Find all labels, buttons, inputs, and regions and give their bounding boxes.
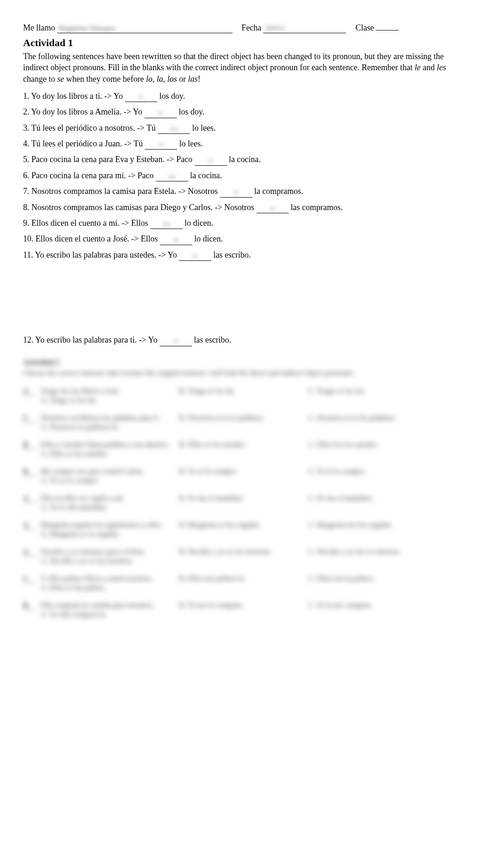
question-item: 5. Paco cocina la cena para Eva y Esteba… bbox=[23, 154, 467, 165]
answer-blank[interactable]: nos bbox=[158, 123, 190, 134]
activity2-question: CY ellos pobres libros a usted nosotros.… bbox=[23, 574, 467, 592]
answer-blank[interactable]: se bbox=[220, 186, 252, 197]
question-item: 6. Paco cocina la cena para mí. -> Paco … bbox=[23, 170, 467, 181]
activity1-question-12: 12. Yo escribo las palabras para ti. -> … bbox=[23, 335, 467, 346]
question-item: 2. Yo doy los libros a Amelia. -> Yo se … bbox=[23, 107, 467, 118]
activity2-question: AMargarita regalan los argumentos a ello… bbox=[23, 521, 467, 538]
question-item: 3. Tú lees el periódico a nosotros. -> T… bbox=[23, 123, 467, 134]
answer-blank[interactable]: me bbox=[150, 218, 183, 229]
answer-blank[interactable]: se bbox=[195, 154, 227, 165]
activity2-question: AElla escribir ese regalo a mí.A. Yo te … bbox=[23, 494, 467, 512]
activity2-question: ANicolás y yo tenemos para a Felisa.A. N… bbox=[23, 548, 467, 565]
fecha-blank[interactable]: 10/6/21 bbox=[263, 23, 346, 33]
worksheet-header: Me llamo Magdalena Velazquez Fecha 10/6/… bbox=[23, 23, 467, 33]
clase-blank[interactable] bbox=[376, 30, 399, 30]
answer-blank[interactable]: te bbox=[125, 91, 157, 102]
answer-blank[interactable]: se bbox=[179, 250, 211, 261]
activity2-section-blurred: Actividad 2 Choose the correct sentence … bbox=[23, 358, 467, 619]
activity2-question: BEllos y ustedes llama palabra a sus abu… bbox=[23, 440, 467, 458]
question-item: 10. Ellos dicen el cuento a José. -> Ell… bbox=[23, 234, 467, 245]
name-label: Me llamo bbox=[23, 23, 55, 33]
activity2-instructions: Choose the correct sentence that rewrite… bbox=[23, 368, 467, 378]
fecha-label: Fecha bbox=[242, 23, 262, 33]
question-item: 9. Ellos dicen el cuento a mí. -> Ellos … bbox=[23, 218, 467, 229]
answer-blank[interactable]: te bbox=[160, 335, 192, 346]
question-item: 7. Nosotros compramos la camisa para Est… bbox=[23, 186, 467, 197]
activity1-title: Actividad 1 bbox=[23, 37, 467, 49]
name-blank[interactable]: Magdalena Velazquez bbox=[57, 23, 233, 33]
answer-blank[interactable]: se bbox=[257, 202, 289, 213]
activity2-question: ATengo los los libros a José.A. Tengo se… bbox=[23, 387, 467, 404]
activity1-instructions: The following sentences have been rewrit… bbox=[23, 51, 467, 84]
question-item: 11. Yo escribo las palabras para ustedes… bbox=[23, 250, 467, 261]
activity2-question: BElla compran la comida para nosotros.A.… bbox=[23, 601, 467, 619]
question-item: 1. Yo doy los libros a ti. -> Yo te los … bbox=[23, 91, 467, 102]
activity2-question: BMe compro ese pan a usted Carlos.A. Yo … bbox=[23, 467, 467, 485]
answer-blank[interactable]: se bbox=[144, 107, 177, 118]
activity1-questions: 1. Yo doy los libros a ti. -> Yo te los … bbox=[23, 91, 467, 261]
question-item: 8. Nosotros compramos las camisas para D… bbox=[23, 202, 467, 213]
answer-blank[interactable]: me bbox=[156, 170, 188, 181]
question-item: 4. Tú lees el periódico a Juan. -> Tú se… bbox=[23, 139, 467, 150]
clase-label: Clase bbox=[355, 23, 374, 33]
question-item: 12. Yo escribo las palabras para ti. -> … bbox=[23, 335, 467, 346]
answer-blank[interactable]: se bbox=[145, 139, 177, 150]
activity2-question: CNosotros escribimos las palabras para t… bbox=[23, 414, 467, 431]
activity2-title: Actividad 2 bbox=[23, 358, 467, 367]
answer-blank[interactable]: se bbox=[160, 234, 192, 245]
